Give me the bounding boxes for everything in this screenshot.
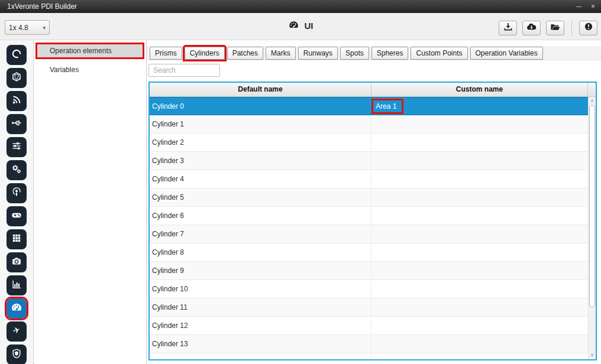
window-title: 1xVeronte PDI Builder (7, 2, 77, 11)
info-button[interactable] (579, 21, 597, 35)
tab-label: Marks (271, 49, 290, 57)
tab-label: Patches (232, 49, 258, 57)
default-name-cell: Cylinder 0 (150, 98, 371, 115)
tab-spheres[interactable]: Spheres (371, 47, 409, 60)
default-name-cell: Cylinder 5 (150, 188, 371, 206)
tab-label: Custom Points (416, 49, 462, 57)
sidebar-item-mesh[interactable] (7, 68, 27, 88)
sidebar-item-ring[interactable] (7, 45, 27, 65)
table-row[interactable]: Cylinder 6 (150, 207, 588, 225)
table-row[interactable]: Cylinder 11 (150, 298, 588, 317)
vertical-scrollbar[interactable]: ∧ ∨ (588, 97, 596, 359)
podcast-icon (11, 186, 22, 200)
tab-cylinders[interactable]: Cylinders (185, 47, 225, 60)
svg-text:✈: ✈ (12, 324, 21, 336)
custom-name-cell (371, 115, 588, 133)
table-row[interactable]: Cylinder 12 (150, 317, 588, 335)
tab-operation-variables[interactable]: Operation Variables (470, 47, 543, 60)
tab-spots[interactable]: Spots (340, 47, 369, 60)
tab-label: Cylinders (190, 49, 219, 57)
tab-prisms[interactable]: Prisms (150, 47, 182, 60)
sidebar-item-stick[interactable] (7, 206, 27, 226)
open-folder-button[interactable] (546, 21, 564, 35)
table-row[interactable]: Cylinder 3 (150, 152, 588, 170)
default-name-cell: Cylinder 14 (150, 353, 371, 359)
table-row[interactable]: Cylinder 9 (150, 262, 588, 280)
default-name-cell: Cylinder 6 (150, 207, 371, 225)
tab-label: Operation Variables (476, 49, 538, 57)
custom-name-cell (371, 353, 588, 359)
sidebar-item-telemetry[interactable] (7, 91, 27, 111)
info-icon (583, 21, 594, 34)
column-header-default-name[interactable]: Default name (150, 83, 371, 96)
custom-name-cell (371, 170, 588, 188)
table-row[interactable]: Cylinder 4 (150, 170, 588, 188)
table-row[interactable]: Cylinder 13 (150, 335, 588, 353)
table-row[interactable]: Cylinder 7 (150, 225, 588, 243)
sidebar-item-automations[interactable] (7, 160, 27, 180)
column-header-scroll-stub (588, 83, 596, 96)
minimize-button[interactable]: ─ (576, 0, 581, 13)
tab-bar: PrismsCylindersPatchesMarksRunwaysSpotsS… (150, 47, 543, 60)
usb-icon (11, 117, 22, 131)
default-name-cell: Cylinder 10 (150, 280, 371, 298)
default-name-cell: Cylinder 12 (150, 317, 371, 334)
rss-icon (11, 94, 22, 108)
shield-icon (11, 347, 22, 362)
scroll-down-icon[interactable]: ∨ (589, 352, 596, 359)
title-bar: 1xVeronte PDI Builder ─ × (0, 0, 601, 13)
version-dropdown[interactable]: 1x 4.8 ▾ (5, 20, 50, 35)
scrollbar-thumb[interactable] (589, 105, 595, 307)
gauge-icon (10, 301, 23, 316)
default-name-cell: Cylinder 2 (150, 134, 371, 151)
open-folder-icon (550, 21, 561, 35)
table-row[interactable]: Cylinder 5 (150, 188, 588, 207)
tab-runways[interactable]: Runways (298, 47, 338, 60)
sidebar-item-podcast[interactable] (7, 183, 27, 203)
cloud-download-button[interactable] (522, 21, 541, 35)
default-name-cell: Cylinder 1 (150, 115, 371, 133)
sidebar-item-statistics[interactable] (7, 275, 27, 295)
table-row[interactable]: Cylinder 2 (150, 134, 588, 152)
custom-name-cell (371, 188, 588, 206)
table-row[interactable]: Cylinder 8 (150, 243, 588, 262)
default-name-cell: Cylinder 11 (150, 298, 371, 316)
custom-name-cell (371, 225, 588, 243)
close-button[interactable]: × (591, 0, 595, 13)
tab-label: Prisms (155, 49, 177, 57)
custom-name-cell (371, 317, 588, 334)
sidebar-item-camera[interactable] (7, 252, 27, 272)
sidebar-item-safety[interactable] (7, 344, 27, 364)
ring-icon (11, 48, 22, 62)
default-name-cell: Cylinder 13 (150, 335, 371, 353)
sidebar-item-usb[interactable] (7, 114, 27, 134)
download-button[interactable] (499, 21, 517, 35)
table-row[interactable]: Cylinder 1 (150, 115, 588, 134)
default-name-cell: Cylinder 7 (150, 225, 371, 243)
table-header: Default name Custom name (150, 83, 596, 97)
custom-name-cell (371, 262, 588, 280)
tab-marks[interactable]: Marks (266, 47, 296, 60)
search-input[interactable] (148, 64, 220, 77)
sidebar-item-sliders[interactable] (7, 137, 27, 157)
custom-name-cell (371, 298, 588, 316)
tab-patches[interactable]: Patches (227, 47, 263, 60)
table-row[interactable]: Cylinder 0 Area 1 (150, 97, 588, 115)
table-row[interactable]: Cylinder 14 (150, 353, 588, 359)
nav-item-operation-elements[interactable]: Operation elements (37, 44, 143, 57)
scroll-up-icon[interactable]: ∧ (589, 98, 596, 105)
sidebar-item-ui[interactable] (7, 298, 27, 318)
sidebar-item-plane[interactable]: ✈ (7, 321, 27, 342)
tab-custom-points[interactable]: Custom Points (411, 47, 467, 60)
sliders-icon (11, 140, 22, 154)
content-area: PrismsCylindersPatchesMarksRunwaysSpotsS… (147, 40, 601, 364)
sidebar-item-matrix[interactable] (7, 229, 27, 249)
table-row[interactable]: Cylinder 10 (150, 280, 588, 298)
sidebar: ✈ (0, 40, 34, 364)
column-header-custom-name[interactable]: Custom name (371, 83, 588, 96)
custom-name-cell (371, 243, 588, 261)
default-name-cell: Cylinder 9 (150, 262, 371, 280)
gamepad-icon (11, 209, 22, 223)
custom-name-cell: Area 1 (371, 98, 588, 115)
nav-item-variables[interactable]: Variables (37, 63, 143, 76)
